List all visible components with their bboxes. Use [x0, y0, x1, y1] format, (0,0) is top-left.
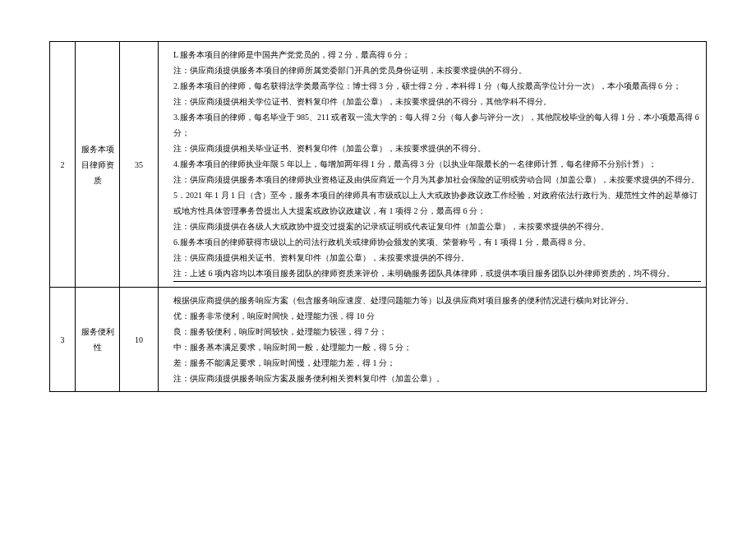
row-body: 根据供应商提供的服务响应方案（包含服务响应速度、处理问题能力等）以及供应商对项目…: [159, 288, 707, 392]
body-line: 5．2021 年 1 月 1 日（含）至今，服务本项目的律师具有市级或以上人大或…: [173, 187, 701, 219]
body-line: 优：服务非常便利，响应时间快，处理能力强，得 10 分: [173, 308, 701, 324]
body-line: 良：服务较便利，响应时间较快，处理能力较强，得 7 分；: [173, 324, 701, 339]
table-row: 3 服务便利性 10 根据供应商提供的服务响应方案（包含服务响应速度、处理问题能…: [50, 288, 707, 392]
body-line: 根据供应商提供的服务响应方案（包含服务响应速度、处理问题能力等）以及供应商对项目…: [173, 293, 701, 308]
body-line: 注：供应商须提供服务本项目的律师所属党委部门开具的党员身份证明，未按要求提供的不…: [173, 62, 701, 78]
body-line: 注：供应商须提供服务响应方案及服务便利相关资料复印件（加盖公章）。: [173, 371, 701, 386]
body-line: 3.服务本项目的律师，每名毕业于 985、211 或者双一流大学的：每人得 2 …: [173, 109, 701, 141]
row-index: 3: [50, 288, 76, 392]
row-name: 服务便利性: [76, 288, 120, 392]
body-line: 注：供应商须提供在各级人大或政协中提交过提案的记录或证明或代表证复印件（加盖公章…: [173, 219, 701, 234]
body-line: 注：上述 6 项内容均以本项目服务团队的律师资质来评价，未明确服务团队具体律师，…: [173, 265, 701, 282]
body-line: 注：供应商须提供相关毕业证书、资料复印件（加盖公章），未按要求提供的不得分。: [173, 141, 701, 156]
body-line: 6.服务本项目的律师获得市级以上的司法行政机关或律师协会颁发的奖项、荣誉称号，有…: [173, 234, 701, 250]
evaluation-table: 2 服务本项目律师资质 35 L 服务本项目的律师是中国共产党党员的，得 2 分…: [49, 41, 707, 392]
document-page: 2 服务本项目律师资质 35 L 服务本项目的律师是中国共产党党员的，得 2 分…: [0, 0, 756, 417]
body-line: 中：服务基本满足要求，响应时间一般，处理能力一般，得 5 分；: [173, 339, 701, 355]
body-line: 注：供应商须提供相关学位证书、资料复印件（加盖公章），未按要求提供的不得分，其他…: [173, 94, 701, 109]
table-row: 2 服务本项目律师资质 35 L 服务本项目的律师是中国共产党党员的，得 2 分…: [50, 42, 707, 288]
body-line: 4.服务本项目的律师执业年限 5 年以上，每增加两年得 1 分，最高得 3 分（…: [173, 156, 701, 172]
row-score: 35: [120, 42, 159, 288]
body-line: 注：供应商须提供相关证书、资料复印件（加盖公章），未按要求提供的不得分。: [173, 250, 701, 265]
body-line: 注：供应商须提供服务本项目的律师执业资格证及由供应商近一个月为其参加社会保险的证…: [173, 172, 701, 187]
row-index: 2: [50, 42, 76, 288]
body-line: 2.服务本项目的律师，每名获得法学类最高学位：博士得 3 分，硕士得 2 分，本…: [173, 78, 701, 94]
row-body: L 服务本项目的律师是中国共产党党员的，得 2 分，最高得 6 分； 注：供应商…: [159, 42, 707, 288]
body-line: 差：服务不能满足要求，响应时间慢，处理能力差，得 1 分；: [173, 355, 701, 371]
row-name: 服务本项目律师资质: [76, 42, 120, 288]
body-line: L 服务本项目的律师是中国共产党党员的，得 2 分，最高得 6 分；: [173, 47, 701, 62]
row-score: 10: [120, 288, 159, 392]
